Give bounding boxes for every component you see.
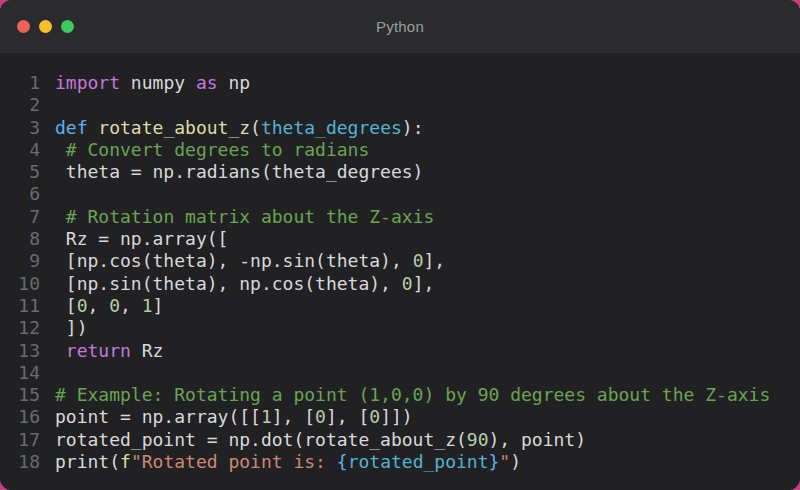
line-number: 17	[0, 429, 40, 451]
code-token	[55, 139, 66, 160]
code-token: rotated_point = np.dot(rotate_about_z(	[55, 429, 467, 450]
traffic-lights	[0, 20, 74, 33]
code-token: ), point)	[489, 429, 587, 450]
code-text: theta = np.radians(theta_degrees)	[55, 161, 423, 183]
code-line: 18print(f"Rotated point is: {rotated_poi…	[0, 451, 800, 473]
minimize-button[interactable]	[39, 20, 52, 33]
code-line: 12 ])	[0, 317, 800, 339]
code-line: 9 [np.cos(theta), -np.sin(theta), 0],	[0, 250, 800, 272]
code-line: 4 # Convert degrees to radians	[0, 139, 800, 161]
code-token: "Rotated point is:	[131, 451, 337, 472]
code-token: f	[120, 451, 131, 472]
code-line: 6	[0, 183, 800, 205]
code-text: # Rotation matrix about the Z-axis	[55, 206, 434, 228]
code-token: numpy	[120, 72, 196, 93]
line-number: 12	[0, 317, 40, 339]
code-token: ], [	[326, 406, 369, 427]
code-token: ],	[423, 250, 445, 271]
line-number: 3	[0, 117, 40, 139]
code-area[interactable]: 1import numpy as np23def rotate_about_z(…	[0, 53, 800, 490]
code-text: return Rz	[55, 340, 163, 362]
code-token: 0	[413, 250, 424, 271]
code-token: 0	[77, 295, 88, 316]
code-token: 0	[315, 406, 326, 427]
code-text: print(f"Rotated point is: {rotated_point…	[55, 451, 521, 473]
code-text: Rz = np.array([	[55, 228, 228, 250]
close-button[interactable]	[17, 20, 30, 33]
code-token: 1	[261, 406, 272, 427]
line-number: 11	[0, 295, 40, 317]
code-line: 13 return Rz	[0, 340, 800, 362]
code-token: ]	[153, 295, 164, 316]
code-token: 90	[467, 429, 489, 450]
line-number: 2	[0, 94, 40, 116]
code-text: ])	[55, 317, 88, 339]
titlebar[interactable]: Python	[0, 0, 800, 53]
code-line: 11 [0, 0, 1]	[0, 295, 800, 317]
code-token: print(	[55, 451, 120, 472]
code-token: Rz	[131, 340, 164, 361]
code-token: point = np.array([[	[55, 406, 261, 427]
code-token: 1	[142, 295, 153, 316]
code-token	[55, 206, 66, 227]
line-number: 16	[0, 406, 40, 428]
code-token: rotated_point	[348, 451, 489, 472]
line-number: 14	[0, 362, 40, 384]
code-line: 8 Rz = np.array([	[0, 228, 800, 250]
code-line: 15# Example: Rotating a point (1,0,0) by…	[0, 384, 800, 406]
code-token: 0	[402, 273, 413, 294]
window-title: Python	[0, 18, 800, 35]
code-text: rotated_point = np.dot(rotate_about_z(90…	[55, 429, 586, 451]
line-number: 10	[0, 273, 40, 295]
code-text: # Example: Rotating a point (1,0,0) by 9…	[55, 384, 770, 406]
code-line: 14	[0, 362, 800, 384]
code-line: 16point = np.array([[1], [0], [0]])	[0, 406, 800, 428]
code-text: # Convert degrees to radians	[55, 139, 369, 161]
code-line: 7 # Rotation matrix about the Z-axis	[0, 206, 800, 228]
code-line: 1import numpy as np	[0, 72, 800, 94]
line-number: 1	[0, 72, 40, 94]
code-token: ], [	[272, 406, 315, 427]
code-token: ,	[120, 295, 142, 316]
code-line: 3def rotate_about_z(theta_degrees):	[0, 117, 800, 139]
code-token: as	[196, 72, 218, 93]
code-line: 5 theta = np.radians(theta_degrees)	[0, 161, 800, 183]
code-text: [0, 0, 1]	[55, 295, 163, 317]
line-number: 13	[0, 340, 40, 362]
code-token: 0	[369, 406, 380, 427]
code-line: 2	[0, 94, 800, 116]
code-token: ]])	[380, 406, 413, 427]
code-token	[88, 117, 99, 138]
code-token: Rz = np.array([	[55, 228, 228, 249]
code-token: import	[55, 72, 120, 93]
code-token: ],	[413, 273, 435, 294]
code-token: return	[66, 340, 131, 361]
code-token: ,	[88, 295, 110, 316]
code-token: # Rotation matrix about the Z-axis	[66, 206, 434, 227]
code-editor-window: Python 1import numpy as np23def rotate_a…	[0, 0, 800, 490]
code-token: def	[55, 117, 88, 138]
code-token: [np.cos(theta), -np.sin(theta),	[55, 250, 413, 271]
line-number: 4	[0, 139, 40, 161]
code-line: 10 [np.sin(theta), np.cos(theta), 0],	[0, 273, 800, 295]
line-number: 7	[0, 206, 40, 228]
code-token: )	[510, 451, 521, 472]
code-token: (	[250, 117, 261, 138]
code-token: # Convert degrees to radians	[66, 139, 369, 160]
line-number: 9	[0, 250, 40, 272]
line-number: 15	[0, 384, 40, 406]
maximize-button[interactable]	[61, 20, 74, 33]
code-token: theta_degrees	[261, 117, 402, 138]
code-token: "	[499, 451, 510, 472]
code-token: ])	[55, 317, 88, 338]
code-line: 17rotated_point = np.dot(rotate_about_z(…	[0, 429, 800, 451]
code-text: [np.sin(theta), np.cos(theta), 0],	[55, 273, 434, 295]
code-token: 0	[109, 295, 120, 316]
line-number: 8	[0, 228, 40, 250]
line-number: 5	[0, 161, 40, 183]
line-number: 6	[0, 183, 40, 205]
code-token: ):	[402, 117, 424, 138]
code-token: np	[218, 72, 251, 93]
code-token: rotate_about_z	[98, 117, 250, 138]
code-text: import numpy as np	[55, 72, 250, 94]
